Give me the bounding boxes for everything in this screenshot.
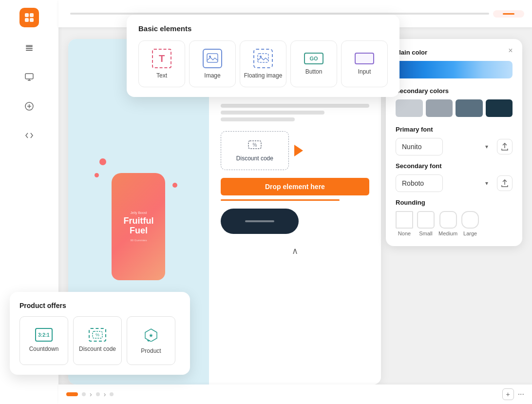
layers-icon[interactable] xyxy=(20,39,38,57)
svg-rect-1 xyxy=(30,13,34,17)
rounding-box-none xyxy=(396,211,413,229)
elements-grid: T Text Image Fl xyxy=(138,40,388,87)
svg-rect-16 xyxy=(258,54,268,62)
splatter-dot-1 xyxy=(99,158,106,165)
nav-menu-dots[interactable]: ··· xyxy=(518,390,524,399)
secondary-colors-label: Secondary colors xyxy=(396,87,513,95)
arrow-pointer xyxy=(294,145,303,156)
discount-widget-area: % Discount code Drop element here xyxy=(221,131,369,201)
product-offer-icon: ★ xyxy=(142,326,160,344)
rounding-box-medium xyxy=(439,211,457,229)
primary-font-upload[interactable] xyxy=(497,139,513,154)
discount-code-box[interactable]: % Discount code xyxy=(221,131,289,170)
svg-rect-5 xyxy=(26,48,33,49)
floating-image-label: Floating image xyxy=(244,72,283,79)
add-element-icon[interactable] xyxy=(20,97,38,115)
rounding-medium[interactable]: Medium xyxy=(438,211,457,236)
discount-code-label: Discount code xyxy=(236,155,273,162)
countdown-label: Countdown xyxy=(29,346,59,353)
nav-add-button[interactable]: + xyxy=(502,388,514,400)
can-product-name: Fruitful Fuel xyxy=(123,216,153,236)
basic-elements-panel: Basic elements T Text Image xyxy=(127,15,399,97)
nav-pill[interactable] xyxy=(493,10,524,18)
secondary-font-label: Secondary font xyxy=(396,162,513,170)
close-button[interactable]: × xyxy=(505,45,516,57)
rounding-small-label: Small xyxy=(419,231,433,236)
element-input[interactable]: Input xyxy=(341,40,388,87)
chevron-up[interactable]: ∧ xyxy=(221,246,369,256)
product-item-label: Product xyxy=(141,347,161,355)
main-color-label: Main color xyxy=(396,49,513,56)
element-image[interactable]: Image xyxy=(189,40,236,87)
secondary-colors-row xyxy=(396,99,513,117)
svg-rect-14 xyxy=(207,54,218,62)
discount-lines xyxy=(221,104,369,121)
secondary-font-select[interactable]: Roboto Nunito Open Sans Lato xyxy=(396,174,443,192)
rounding-small[interactable]: Small xyxy=(417,211,435,236)
rounding-label: Rounding xyxy=(396,199,513,206)
input-element-icon xyxy=(355,53,374,64)
drop-zone[interactable]: Drop element here xyxy=(221,178,369,195)
rounding-box-large xyxy=(461,211,479,229)
secondary-font-select-wrapper: Roboto Nunito Open Sans Lato xyxy=(396,174,493,192)
svg-rect-4 xyxy=(26,46,33,47)
discount-code-item-label: Discount code xyxy=(79,346,116,353)
offers-title: Product offers xyxy=(19,302,180,309)
nav-dot-3[interactable] xyxy=(96,392,100,396)
can-body: Jelly Boost Fruitful Fuel 90 Gummies xyxy=(112,173,165,280)
primary-font-row: Nunito Open Sans Lato Montserrat xyxy=(396,138,513,155)
main-color-bar[interactable] xyxy=(396,61,513,78)
discount-line-1 xyxy=(221,104,369,108)
svg-rect-3 xyxy=(30,18,34,22)
color-swatch-1[interactable] xyxy=(396,99,423,117)
rounding-none[interactable]: None xyxy=(396,211,413,236)
app-logo[interactable] xyxy=(19,8,39,27)
text-element-label: Text xyxy=(156,72,167,79)
bottom-orange-line xyxy=(221,199,340,201)
nav-chevron-right-2[interactable]: › xyxy=(104,390,106,398)
svg-text:%: % xyxy=(95,332,99,337)
code-icon[interactable] xyxy=(20,127,38,144)
offers-grid: 3:2:1 Countdown % Discount code ★ xyxy=(19,316,180,365)
primary-font-select-wrapper: Nunito Open Sans Lato Montserrat xyxy=(396,138,493,155)
rounding-large[interactable]: Large xyxy=(461,211,479,236)
discount-offer-icon: % xyxy=(89,328,106,342)
offer-item-countdown[interactable]: 3:2:1 Countdown xyxy=(19,316,68,365)
svg-text:★: ★ xyxy=(149,332,153,338)
primary-font-label: Primary font xyxy=(396,126,513,133)
rounding-large-label: Large xyxy=(463,231,477,236)
image-element-icon xyxy=(203,49,222,68)
nav-dot-4[interactable] xyxy=(110,392,114,396)
bottom-nav: › › + ··· xyxy=(58,385,532,404)
nav-pill-line xyxy=(503,13,514,15)
nav-chevron-right-1[interactable]: › xyxy=(90,390,92,398)
rounding-section: Rounding None Small Medium Large xyxy=(396,199,513,236)
offer-item-discount-code[interactable]: % Discount code xyxy=(73,316,122,365)
rounding-options: None Small Medium Large xyxy=(396,211,513,236)
splatter-dot-2 xyxy=(95,173,99,177)
offer-item-product[interactable]: ★ Product xyxy=(127,316,175,365)
color-swatch-4[interactable] xyxy=(486,99,513,117)
image-element-label: Image xyxy=(204,72,220,79)
discount-line-3 xyxy=(221,117,295,121)
color-swatch-2[interactable] xyxy=(426,99,453,117)
button-element-label: Button xyxy=(305,68,323,75)
button-element-icon: GO xyxy=(304,53,323,64)
element-floating-image[interactable]: Floating image xyxy=(240,40,286,87)
can-desc: 90 Gummies xyxy=(130,239,147,242)
primary-font-select[interactable]: Nunito Open Sans Lato Montserrat xyxy=(396,138,443,155)
rounding-box-small xyxy=(417,211,435,229)
can-brand: Jelly Boost xyxy=(131,211,147,214)
element-button[interactable]: GO Button xyxy=(290,40,337,87)
floating-image-icon xyxy=(253,49,273,68)
svg-text:%: % xyxy=(252,142,257,148)
discount-line-2 xyxy=(221,111,325,115)
secondary-font-upload[interactable] xyxy=(497,175,513,191)
cta-button[interactable] xyxy=(221,209,299,234)
nav-dot-2[interactable] xyxy=(82,392,86,396)
monitor-icon[interactable] xyxy=(20,68,38,86)
element-text[interactable]: T Text xyxy=(138,40,185,87)
input-element-label: Input xyxy=(358,68,371,75)
color-swatch-3[interactable] xyxy=(456,99,483,117)
nav-dot-active[interactable] xyxy=(66,392,78,396)
